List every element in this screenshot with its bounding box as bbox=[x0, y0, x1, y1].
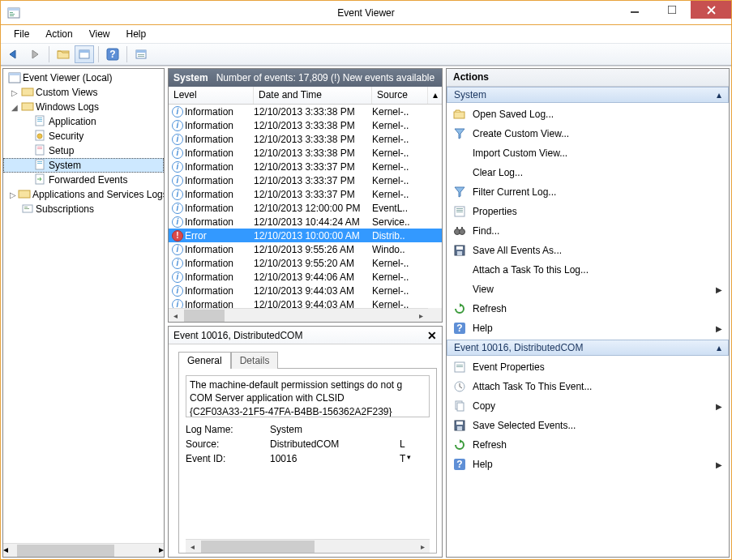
info-icon: i bbox=[172, 161, 183, 173]
table-row[interactable]: iInformation12/10/2013 3:33:38 PMKernel-… bbox=[169, 146, 442, 160]
action-help[interactable]: ?Help▶ bbox=[447, 318, 729, 338]
tree-application[interactable]: Application bbox=[3, 114, 164, 129]
table-row[interactable]: iInformation12/10/2013 3:33:37 PMKernel-… bbox=[169, 173, 442, 187]
col-source[interactable]: Source bbox=[372, 87, 428, 104]
menu-file[interactable]: File bbox=[7, 27, 36, 41]
action-copy[interactable]: Copy▶ bbox=[447, 396, 729, 416]
minimize-button[interactable] bbox=[616, 1, 653, 19]
close-button[interactable] bbox=[691, 1, 731, 19]
action-import-custom-view[interactable]: Import Custom View... bbox=[447, 143, 729, 163]
date-text: 12/10/2013 9:55:26 AM bbox=[254, 244, 372, 255]
table-row[interactable]: iInformation12/10/2013 9:55:20 AMKernel-… bbox=[169, 256, 442, 270]
tree-label: Forwarded Events bbox=[49, 174, 127, 186]
level-text: Information bbox=[185, 120, 233, 131]
tree-app-services[interactable]: ▷Applications and Services Logs bbox=[3, 187, 164, 202]
tree-system[interactable]: System bbox=[3, 158, 164, 173]
menu-action[interactable]: Action bbox=[39, 27, 79, 41]
info-icon: i bbox=[172, 216, 183, 228]
expand-icon[interactable]: ▷ bbox=[10, 190, 16, 199]
action-refresh-2[interactable]: Refresh bbox=[447, 435, 729, 455]
collapse-icon[interactable]: ▴ bbox=[717, 89, 721, 100]
app-icon bbox=[7, 6, 20, 19]
action-create-custom-view[interactable]: Create Custom View... bbox=[447, 124, 729, 143]
col-level[interactable]: Level bbox=[169, 87, 254, 104]
action-label: Help bbox=[473, 459, 493, 470]
tree-root[interactable]: Event Viewer (Local) bbox=[3, 71, 164, 85]
action-save-selected[interactable]: Save Selected Events... bbox=[447, 416, 729, 435]
action-attach-task[interactable]: Attach a Task To this Log... bbox=[447, 260, 729, 280]
action-clear-log[interactable]: Clear Log... bbox=[447, 163, 729, 182]
action-open-saved-log[interactable]: Open Saved Log... bbox=[447, 105, 729, 124]
action-help-2[interactable]: ?Help▶ bbox=[447, 455, 729, 474]
action-view[interactable]: View▶ bbox=[447, 280, 729, 299]
list-header-count: Number of events: 17,809 (!) New events … bbox=[216, 72, 434, 83]
source-text: Kernel-.. bbox=[372, 175, 413, 186]
table-row[interactable]: iInformation12/10/2013 12:00:00 PMEventL… bbox=[169, 201, 442, 215]
source-text: Kernel-.. bbox=[372, 161, 413, 173]
table-row[interactable]: iInformation12/10/2013 10:44:24 AMServic… bbox=[169, 215, 442, 229]
action-refresh[interactable]: Refresh bbox=[447, 299, 729, 318]
tree-custom-views[interactable]: ▷Custom Views bbox=[3, 85, 164, 100]
tree-forwarded[interactable]: Forwarded Events bbox=[3, 173, 164, 187]
navigation-tree: Event Viewer (Local) ▷Custom Views ◢Wind… bbox=[2, 68, 165, 558]
tab-general[interactable]: General bbox=[178, 352, 231, 369]
table-row[interactable]: iInformation12/10/2013 9:44:03 AMKernel-… bbox=[169, 297, 442, 308]
collapse-icon[interactable]: ◢ bbox=[10, 103, 19, 112]
collapse-icon[interactable]: ▴ bbox=[717, 342, 721, 353]
msg-line: COM Server application with CLSID bbox=[190, 391, 426, 404]
date-text: 12/10/2013 3:33:37 PM bbox=[254, 161, 372, 173]
svg-rect-40 bbox=[456, 210, 463, 211]
maximize-button[interactable] bbox=[653, 1, 691, 19]
table-row[interactable]: iInformation12/10/2013 3:33:38 PMKernel-… bbox=[169, 118, 442, 132]
action-event-properties[interactable]: Event Properties bbox=[447, 357, 729, 377]
date-text: 12/10/2013 12:00:00 PM bbox=[254, 203, 372, 214]
action-filter-log[interactable]: Filter Current Log... bbox=[447, 182, 729, 202]
table-row[interactable]: iInformation12/10/2013 9:44:03 AMKernel-… bbox=[169, 284, 442, 297]
tree-hscroll[interactable]: ◂▸ bbox=[3, 543, 164, 557]
detail-close-icon[interactable]: ✕ bbox=[427, 329, 437, 342]
table-row[interactable]: iInformation12/10/2013 9:44:06 AMKernel-… bbox=[169, 270, 442, 284]
table-row[interactable]: iInformation12/10/2013 9:55:26 AMWindo.. bbox=[169, 242, 442, 256]
svg-rect-31 bbox=[37, 163, 42, 164]
actions-group-event[interactable]: Event 10016, DistributedCOM▴ bbox=[447, 340, 729, 356]
show-tree-button[interactable] bbox=[54, 45, 73, 63]
col-date[interactable]: Date and Time bbox=[254, 87, 372, 104]
action-properties[interactable]: Properties bbox=[447, 202, 729, 221]
menu-help[interactable]: Help bbox=[120, 27, 153, 41]
help-icon[interactable]: ? bbox=[103, 45, 122, 63]
source-text: Windo.. bbox=[372, 244, 413, 255]
tree-subscriptions[interactable]: Subscriptions bbox=[3, 202, 164, 216]
action-label: Copy bbox=[473, 400, 495, 412]
tree-security[interactable]: Security bbox=[3, 129, 164, 143]
menu-view[interactable]: View bbox=[83, 27, 117, 41]
tree-windows-logs[interactable]: ◢Windows Logs bbox=[3, 100, 164, 114]
tab-details[interactable]: Details bbox=[231, 352, 279, 369]
actions-group-system[interactable]: System▴ bbox=[447, 87, 729, 103]
svg-rect-9 bbox=[79, 50, 89, 53]
table-row[interactable]: !Error12/10/2013 10:00:00 AMDistrib.. bbox=[169, 229, 442, 242]
properties-button[interactable] bbox=[75, 45, 94, 63]
info-icon: i bbox=[172, 189, 183, 200]
expand-icon[interactable]: ▷ bbox=[10, 88, 19, 97]
svg-rect-48 bbox=[457, 251, 462, 255]
level-text: Information bbox=[185, 285, 233, 297]
action-find[interactable]: Find... bbox=[447, 221, 729, 241]
table-row[interactable]: iInformation12/10/2013 3:33:37 PMKernel-… bbox=[169, 160, 442, 173]
list-hscroll[interactable]: ◂▸ bbox=[169, 308, 428, 322]
back-button[interactable] bbox=[4, 45, 24, 63]
event-rows[interactable]: iInformation12/10/2013 3:33:38 PMKernel-… bbox=[169, 105, 442, 308]
forward-button[interactable] bbox=[25, 45, 45, 63]
scroll-up[interactable]: ▴ bbox=[428, 87, 442, 104]
action-save-all[interactable]: Save All Events As... bbox=[447, 241, 729, 260]
table-row[interactable]: iInformation12/10/2013 3:33:37 PMKernel-… bbox=[169, 187, 442, 201]
blank-icon bbox=[453, 166, 466, 179]
table-row[interactable]: iInformation12/10/2013 3:33:38 PMKernel-… bbox=[169, 105, 442, 118]
actions-header: Actions bbox=[447, 69, 729, 87]
funnel-icon bbox=[453, 186, 466, 199]
action-event-attach[interactable]: Attach Task To This Event... bbox=[447, 377, 729, 396]
preview-button[interactable] bbox=[131, 45, 151, 63]
detail-hscroll[interactable]: ◂▸ bbox=[186, 539, 430, 553]
table-row[interactable]: iInformation12/10/2013 3:33:38 PMKernel-… bbox=[169, 132, 442, 146]
tree-setup[interactable]: Setup bbox=[3, 143, 164, 158]
level-text: Information bbox=[185, 175, 233, 186]
